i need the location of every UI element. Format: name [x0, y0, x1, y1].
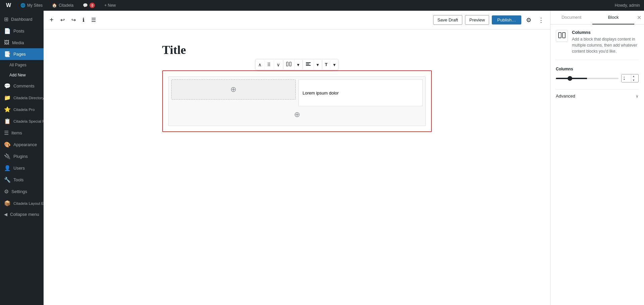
- advanced-header[interactable]: Advanced ∨: [556, 89, 639, 103]
- panel-content: Columns Add a block that displays conten…: [550, 24, 644, 305]
- move-up-icon: ∧: [258, 62, 261, 67]
- page-title[interactable]: Title: [162, 43, 432, 57]
- close-icon: ✕: [637, 15, 641, 20]
- site-name-link[interactable]: 🏠 Citadela: [50, 0, 75, 11]
- wp-icon: W: [6, 2, 11, 8]
- comments-count: 0: [90, 3, 95, 8]
- sidebar-item-label: Citadela Layout Exporter: [13, 201, 44, 205]
- redo-button[interactable]: ↪: [69, 15, 78, 25]
- admin-bar: W 🌐 My Sites 🏠 Citadela 💬 0 + New Howdy,…: [0, 0, 644, 11]
- typography-button[interactable]: T: [322, 60, 331, 69]
- more-options-button[interactable]: ⋮: [536, 14, 546, 26]
- sidebar-item-citadela-layout[interactable]: 📦 Citadela Layout Exporter: [0, 197, 44, 209]
- typography-dropdown[interactable]: ▾: [331, 60, 338, 69]
- columns-block[interactable]: ∧ ⠿ ∨: [162, 70, 432, 132]
- sidebar-item-label: All Pages: [9, 63, 26, 67]
- move-up-button[interactable]: ∧: [255, 60, 265, 69]
- sidebar-item-citadela-directory[interactable]: 📁 Citadela Directory: [0, 92, 44, 104]
- align-dropdown[interactable]: ▾: [314, 60, 322, 69]
- tab-document[interactable]: Document: [550, 11, 592, 24]
- info-button[interactable]: ℹ: [80, 15, 86, 25]
- home-icon: 🏠: [52, 3, 57, 8]
- panel-close-button[interactable]: ✕: [634, 12, 644, 23]
- sidebar-item-pages[interactable]: 📑 Pages: [0, 48, 44, 60]
- sidebar-item-label: Items: [11, 130, 22, 135]
- citadela-dir-icon: 📁: [4, 95, 11, 101]
- sidebar-item-label: Dashboard: [11, 17, 33, 22]
- settings-icon: ⚙: [4, 188, 9, 195]
- sidebar-item-all-pages[interactable]: All Pages: [0, 60, 44, 70]
- block-toolbar: ∧ ⠿ ∨: [255, 59, 339, 70]
- collapse-menu-button[interactable]: ◀ Collapse menu: [0, 209, 44, 220]
- align-icon: [305, 61, 311, 68]
- sidebar-item-label: Add New: [9, 73, 26, 77]
- add-block-button[interactable]: +: [48, 14, 56, 26]
- column-2-inner[interactable]: Lorem ipsum dolor: [298, 79, 423, 106]
- comments-icon: 💬: [83, 3, 88, 8]
- save-draft-button[interactable]: Save Draft: [433, 15, 462, 25]
- tab-block[interactable]: Block: [592, 11, 634, 24]
- right-panel: Document Block ✕: [550, 11, 644, 305]
- sidebar-item-appearance[interactable]: 🎨 Appearance: [0, 139, 44, 150]
- add-block-below[interactable]: ⊕: [171, 106, 423, 123]
- sidebar-item-users[interactable]: 👤 Users: [0, 162, 44, 174]
- move-down-button[interactable]: ∨: [274, 60, 283, 69]
- sidebar-item-settings[interactable]: ⚙ Settings: [0, 186, 44, 197]
- appearance-icon: 🎨: [4, 141, 11, 148]
- editor-toolbar: + ↩ ↪ ℹ ☰ Save Draft Preview Publish… ⚙: [44, 11, 550, 29]
- info-icon: ℹ: [82, 17, 84, 23]
- tools-icon: 🔧: [4, 177, 11, 183]
- sidebar-item-citadela-special[interactable]: 📋 Citadela Special Pages: [0, 115, 44, 127]
- sidebar-item-citadela-pro[interactable]: ⭐ Citadela Pro: [0, 104, 44, 115]
- columns-increment-button[interactable]: ▲: [631, 74, 636, 78]
- columns-layout-button[interactable]: [283, 59, 294, 70]
- items-icon: ☰: [4, 130, 9, 136]
- new-content-menu[interactable]: + New: [102, 0, 118, 11]
- wp-logo[interactable]: W: [4, 0, 13, 11]
- block-info: Columns Add a block that displays conten…: [556, 30, 639, 60]
- my-sites-menu[interactable]: 🌐 My Sites: [18, 0, 45, 11]
- more-options-icon: ⋮: [538, 17, 544, 23]
- sidebar-item-comments[interactable]: 💬 Comments: [0, 80, 44, 92]
- preview-button[interactable]: Preview: [465, 15, 489, 25]
- columns-layout-dropdown[interactable]: ▾: [294, 60, 302, 69]
- settings-button[interactable]: ⚙: [524, 14, 533, 26]
- svg-rect-3: [306, 64, 309, 64]
- columns-row: ⊕ Lorem ipsum dolor: [171, 79, 423, 106]
- block-description: Add a block that displays content in mul…: [572, 36, 639, 54]
- column-1-inner[interactable]: ⊕: [171, 79, 296, 100]
- columns-slider[interactable]: [556, 78, 619, 79]
- svg-rect-0: [286, 62, 288, 66]
- list-view-button[interactable]: ☰: [89, 15, 98, 25]
- column-block-1[interactable]: ⊕: [171, 79, 296, 106]
- sidebar-item-dashboard[interactable]: ⊞ Dashboard: [0, 13, 44, 25]
- sidebar-item-label: Settings: [11, 189, 27, 194]
- drag-icon: ⠿: [267, 62, 271, 67]
- sidebar-item-plugins[interactable]: 🔌 Plugins: [0, 150, 44, 162]
- columns-number-input[interactable]: [622, 74, 631, 82]
- column-block-2[interactable]: Lorem ipsum dolor: [298, 79, 423, 106]
- sidebar-item-tools[interactable]: 🔧 Tools: [0, 174, 44, 186]
- sidebar-item-media[interactable]: 🖼 Media: [0, 37, 44, 48]
- align-button[interactable]: [303, 59, 314, 70]
- sites-icon: 🌐: [20, 3, 25, 8]
- svg-rect-5: [559, 33, 561, 38]
- typography-icon: T: [325, 62, 328, 67]
- block-info-text: Columns Add a block that displays conten…: [572, 30, 639, 54]
- undo-button[interactable]: ↩: [58, 15, 67, 25]
- publish-button[interactable]: Publish…: [492, 15, 521, 24]
- align-chevron-icon: ▾: [316, 62, 319, 67]
- sidebar-item-add-new[interactable]: Add New: [0, 70, 44, 80]
- sidebar-item-label: Comments: [13, 83, 35, 88]
- sidebar-item-label: Citadela Directory: [13, 96, 44, 100]
- add-block-icon: ⊕: [230, 85, 236, 94]
- columns-decrement-button[interactable]: ▼: [631, 78, 636, 82]
- sidebar-item-items[interactable]: ☰ Items: [0, 127, 44, 139]
- sidebar-item-posts[interactable]: 📄 Posts: [0, 25, 44, 37]
- editor-area: + ↩ ↪ ℹ ☰ Save Draft Preview Publish… ⚙: [44, 11, 550, 305]
- typography-chevron-icon: ▾: [333, 62, 336, 67]
- block-columns-icon: [558, 31, 566, 41]
- comments-link[interactable]: 💬 0: [81, 0, 97, 11]
- drag-handle[interactable]: ⠿: [265, 60, 274, 69]
- columns-icon: [286, 61, 291, 68]
